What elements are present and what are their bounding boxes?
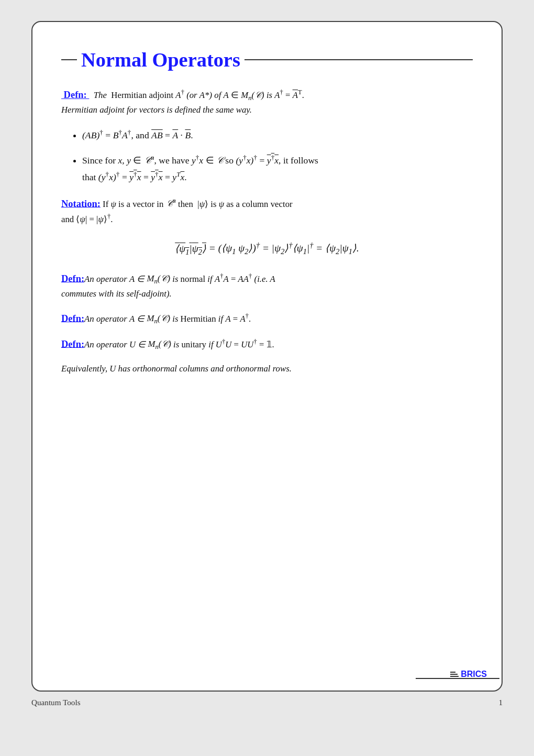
brics-lines-icon (450, 672, 459, 677)
defn1-block: Defn: The Hermitian adjoint A† (or A*) o… (61, 87, 473, 117)
brics-underline (416, 678, 499, 679)
defn1-text: The (92, 90, 112, 100)
notation-block: Notation: If ψ is a vector in 𝒞n then |ψ… (61, 196, 473, 227)
slide-container: Normal Operators Defn: The Hermitian adj… (31, 21, 503, 692)
defn1-label: Defn: (61, 90, 89, 100)
defn2-cont: commutes with its self-adjoint). (61, 289, 172, 299)
defn1-hermitian: Hermitian adjoint A† (or A*) of A ∈ Mn(𝒞… (111, 90, 304, 100)
bullet-list: (AB)† = B†A†, and AB = A · B. Since for … (82, 127, 473, 185)
defn2-text: An operator A ∈ Mn(𝒞) is (84, 273, 181, 283)
page-footer: Quantum Tools 1 (31, 698, 503, 707)
main-content: Defn: The Hermitian adjoint A† (or A*) o… (61, 87, 473, 376)
defn3-text: An operator A ∈ Mn(𝒞) is (84, 313, 181, 323)
equiv-block: Equivalently, U has orthonormal columns … (61, 362, 473, 376)
bullet-item-2: Since for x, y ∈ 𝒞n, we have y†x ∈ 𝒞 so … (82, 152, 473, 185)
defn1-sub: Hermitian adjoint for vectors is defined… (61, 105, 252, 115)
centered-formula: ⟨ψ1|ψ2⟩ = (⟨ψ1 ψ2⟩)† = |ψ2⟩†⟨ψ1|† = ⟨ψ2|… (61, 239, 473, 258)
defn4-label: Defn: (61, 338, 84, 349)
equiv-text: Equivalently, U has orthonormal columns … (61, 364, 292, 374)
title-bar: Normal Operators (61, 48, 473, 71)
defn4-block: Defn:An operator U ∈ Mn(𝒞) is unitary if… (61, 336, 473, 353)
defn3-block: Defn:An operator A ∈ Mn(𝒞) is Hermitian … (61, 311, 473, 327)
title-line-left (61, 59, 77, 60)
defn4-text: An operator U ∈ Mn(𝒞) is (84, 339, 181, 349)
defn2-block: Defn:An operator A ∈ Mn(𝒞) is normal if … (61, 271, 473, 301)
notation-text: If ψ is a vector in 𝒞n then |ψ⟩ is ψ as … (103, 199, 293, 209)
defn2-label: Defn: (61, 273, 84, 283)
defn3-label: Defn: (61, 313, 84, 323)
footer-left: Quantum Tools (31, 698, 81, 707)
title-line-right (244, 59, 473, 60)
footer-right: 1 (498, 698, 503, 707)
bullet-item-1: (AB)† = B†A†, and AB = A · B. (82, 127, 473, 144)
page-title: Normal Operators (77, 48, 244, 71)
notation-text-2: and ⟨ψ| = |ψ⟩†. (61, 214, 113, 224)
notation-label: Notation: (61, 198, 101, 209)
